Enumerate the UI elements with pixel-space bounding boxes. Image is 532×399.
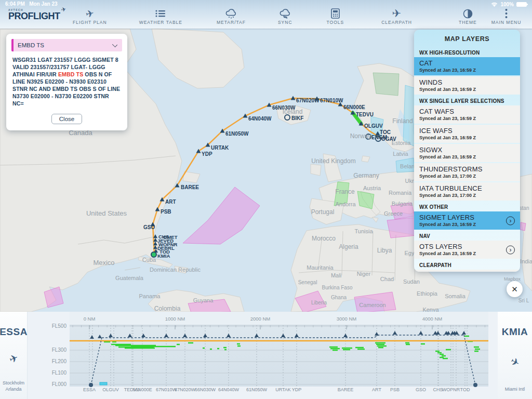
origin-city-line1: Stockholm [3,380,24,385]
origin-code: ESSA [0,326,28,338]
waypoint-label: 67N010W [320,98,343,103]
airport-marker [151,252,156,257]
nav-item-label: TOOLS [327,20,344,25]
sigmet-type-dropdown[interactable]: EMBD TS [11,39,122,51]
layers-section-header: WX HIGH-RESOLUTION [414,47,520,57]
dropdown-selected-value: EMBD TS [18,42,44,48]
panel-close-button[interactable]: ✕ [507,281,523,297]
departure-plane-icon: ✈ [7,351,20,366]
sigmet-overlay-magenta [520,222,526,231]
nav-item-sync[interactable]: SYNC [278,8,292,29]
layer-row-winds[interactable]: WINDSSynced at Jan 23, 16:59 Z [414,76,520,95]
layer-sync-status: Synced at Jan 23, 16:59 Z [419,222,515,227]
waypoint-label: BAREE [181,184,199,190]
cloud-sync-icon [279,8,291,19]
chevron-right-icon[interactable]: › [506,245,515,254]
contrast-icon [463,8,473,19]
arrival-plane-icon: ✈ [508,354,522,369]
land-ireland [311,164,321,176]
table-list-icon [155,8,166,19]
layer-row-sigwx[interactable]: SIGWXSynced at Jan 23, 16:59 Z [414,144,520,162]
nav-item-flight-plan[interactable]: ✈FLIGHT PLAN [73,8,107,29]
airport-label: OGAV [381,136,396,142]
nav-item-label: SYNC [278,20,292,25]
battery-icon [516,2,527,7]
waypoint-label: YDP [202,151,212,157]
layer-row-ice-wafs[interactable]: ICE WAFSSynced at Jan 23, 16:59 Z [414,125,520,143]
nav-item-theme[interactable]: THEME [459,8,477,29]
sigmet-text-highlight: EMBD TS [58,71,83,77]
layer-row-sigmet-layers[interactable]: SIGMET LAYERSSynced at Jan 23, 16:59 Z› [414,211,520,230]
layer-label: SIGMET LAYERS [419,214,515,221]
waypoint-label: URTAK [211,145,229,151]
layer-label: CAT WAFS [419,108,515,115]
nav-item-weather-table[interactable]: WEATHER TABLE [139,8,182,29]
airport-label: BIKF [291,115,303,121]
layer-row-vertical-optimization[interactable]: VERTICAL OPTIMIZATIONNot synced [414,270,520,272]
sigmet-message-text: WSGR31 LGAT 231557 LGGG SIGMET 8 VALID 2… [12,57,121,108]
waypoint-label: 61N050W [225,131,249,137]
nav-item-metar-taf[interactable]: METAR/TAF [217,8,246,29]
dots-vertical-icon [505,8,508,19]
battery-percent: 100% [500,2,514,7]
nav-item-label: CLEARPATH [381,20,412,25]
origin-city-line2: Arlanda [5,387,21,392]
origin-city: Stockholm Arlanda [3,380,24,393]
nav-item-label: FLIGHT PLAN [73,20,107,25]
layers-section-header: NAV [414,231,520,241]
nav-item-main-menu[interactable]: MAIN MENU [491,8,522,29]
layer-sync-status: Synced at Jan 23, 16:59 Z [419,251,515,256]
layer-row-cat-wafs[interactable]: CAT WAFSSynced at Jan 23, 16:59 Z [414,105,520,124]
layer-label: CAT [419,59,515,67]
layer-sync-status: Synced at Jan 23, 16:59 Z [419,116,515,121]
chevron-down-icon [112,42,117,47]
layer-sync-status: Synced at Jan 23, 16:59 Z [419,68,515,73]
vertical-profile-panel: ESSA ✈ Stockholm Arlanda KMIA ✈ Miami In… [0,312,532,399]
status-bar: 6:04 PM Mon Jan 23 100% [0,0,532,8]
layers-section-header: WX OTHER [414,202,520,211]
map-layers-panel: MAP LAYERS WX HIGH-RESOLUTIONCATSynced a… [414,30,520,272]
destination-city: Miami Intl [505,386,525,393]
layer-row-iata-turbulence[interactable]: IATA TURBULENCESynced at Jan 23, 17:00 Z [414,182,520,201]
layer-label: SIGWX [419,146,515,154]
layer-label: THUNDERSTORMS [419,165,515,173]
destination-code: KMIA [502,326,528,338]
layer-label: OTS LAYERS [419,243,515,250]
dropdown-accent-bar [11,39,14,51]
layer-label: WINDS [419,78,515,86]
nav-item-label: MAIN MENU [491,20,522,25]
waypoint-label: 66N000E [343,104,365,110]
waypoint-label: TEDVU [356,112,374,117]
nav-item-label: METAR/TAF [217,20,246,25]
layer-label: ICE WAFS [419,127,515,135]
cloud-rain-icon [225,8,237,19]
layer-row-thunderstorms[interactable]: THUNDERSTORMSSynced at Jan 23, 17:00 Z [414,163,520,181]
layers-section-header: CLEARPATH [414,260,520,270]
layer-row-ots-layers[interactable]: OTS LAYERSSynced at Jan 23, 16:59 Z› [414,241,520,259]
brand-name: PROFLIGHT [8,11,60,21]
proflight-app: 6:04 PM Mon Jan 23 100% AVTECH PROFLIGHT… [0,0,532,399]
waypoint-label: PSB [161,209,171,215]
layer-sync-status: Synced at Jan 23, 16:59 Z [419,154,515,159]
layer-row-cat[interactable]: CATSynced at Jan 23, 16:59 Z [414,57,520,75]
sigmet-close-button[interactable]: Close [51,114,82,124]
waypoint-label: ART [165,199,176,205]
nav-items: ✈FLIGHT PLANWEATHER TABLEMETAR/TAFSYNCTO… [73,8,530,29]
status-date: Mon Jan 23 [29,1,57,7]
nav-item-tools[interactable]: TOOLS [327,8,344,29]
plane-alt-icon: ✈ [392,8,402,19]
sigmet-overlay-green-muted [373,73,399,96]
calculator-icon [331,8,340,19]
layer-sync-status: Synced at Jan 23, 17:00 Z [419,174,515,179]
destination-airport-card: KMIA ✈ Miami Intl [498,312,532,399]
waypoint-label: KMIA [157,253,170,259]
nav-item-clearpath[interactable]: ✈CLEARPATH [381,8,412,29]
layer-sync-status: Synced at Jan 23, 17:00 Z [419,193,515,198]
map-layers-title: MAP LAYERS [414,30,520,47]
origin-airport-card: ESSA ✈ Stockholm Arlanda [0,312,28,399]
chevron-right-icon[interactable]: › [506,216,515,225]
sigmet-overlay-magenta [391,203,415,219]
wifi-icon [491,2,498,7]
waypoint-label: GSO [143,224,155,230]
layer-label: IATA TURBULENCE [419,184,515,192]
